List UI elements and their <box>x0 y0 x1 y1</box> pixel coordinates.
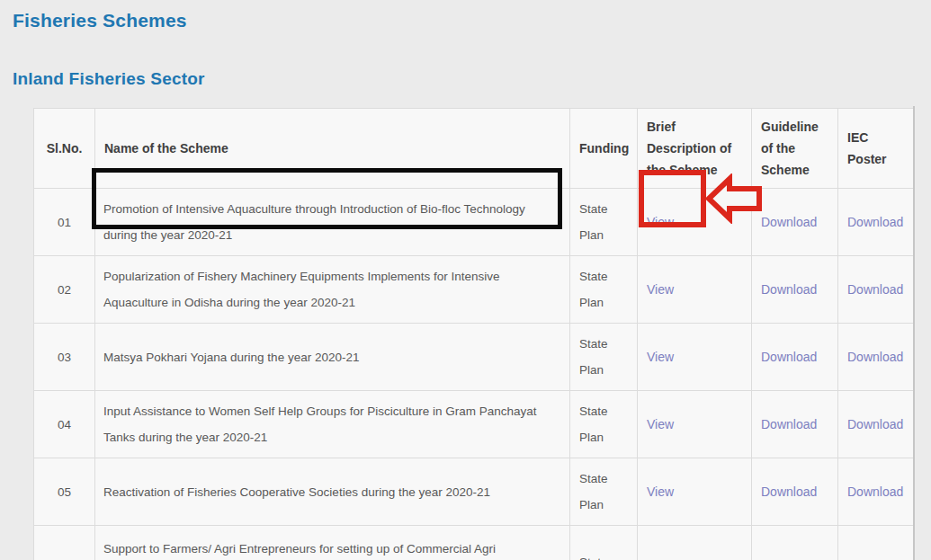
scheme-name-cell: Matsya Pokhari Yojana during the year 20… <box>95 324 570 391</box>
view-link[interactable]: View <box>647 215 674 229</box>
iec-poster-download-link[interactable]: Download <box>847 215 903 229</box>
funding-cell: State Plan <box>570 189 638 256</box>
sl-no-cell: 06 <box>34 526 95 560</box>
table-row: 04 Input Assistance to Women Self Help G… <box>34 391 914 458</box>
schemes-table: Sl.No. Name of the Scheme Funding Brief … <box>33 108 914 560</box>
header-iec-poster: IEC Poster <box>838 109 914 189</box>
scheme-name-cell: Reactivation of Fisheries Cooperative So… <box>95 458 570 526</box>
funding-cell: State Plan <box>570 324 638 391</box>
sl-no-cell: 01 <box>34 189 95 256</box>
scheme-name-cell: Popularization of Fishery Machinery Equi… <box>95 256 570 324</box>
funding-cell: State Plan <box>570 526 638 560</box>
scheme-name-cell: Input Assistance to Women Self Help Grou… <box>95 391 570 458</box>
table-row: 01 Promotion of Intensive Aquaculture th… <box>34 189 914 256</box>
iec-poster-download-link[interactable]: Download <box>847 417 903 431</box>
table-row: 03 Matsya Pokhari Yojana during the year… <box>34 324 914 391</box>
view-link[interactable]: View <box>647 484 674 499</box>
schemes-table-container: Sl.No. Name of the Scheme Funding Brief … <box>33 108 914 560</box>
table-row: 05 Reactivation of Fisheries Cooperative… <box>34 458 914 526</box>
view-link[interactable]: View <box>647 282 674 297</box>
header-guideline: Guideline of the Scheme <box>752 109 838 189</box>
iec-poster-download-link[interactable]: Download <box>847 282 903 297</box>
header-funding: Funding <box>570 109 638 189</box>
funding-cell: State Plan <box>570 391 638 458</box>
guideline-download-link[interactable]: Download <box>761 417 817 431</box>
sl-no-cell: 04 <box>34 391 95 458</box>
header-brief-description: Brief Description of the Scheme <box>638 109 752 189</box>
guideline-download-link[interactable]: Download <box>761 282 817 297</box>
iec-poster-download-link[interactable]: Download <box>847 350 903 364</box>
right-scroll-divider <box>913 106 915 560</box>
funding-cell: State Plan <box>570 256 638 324</box>
sl-no-cell: 05 <box>34 458 95 526</box>
table-row: 06 Support to Farmers/ Agri Entrepreneur… <box>34 526 914 560</box>
guideline-download-link[interactable]: Download <box>761 350 817 364</box>
section-title-inland-fisheries: Inland Fisheries Sector <box>13 69 205 89</box>
funding-cell: State Plan <box>570 458 638 526</box>
page-title: Fisheries Schemes <box>13 10 187 31</box>
sl-no-cell: 02 <box>34 256 95 324</box>
header-scheme-name: Name of the Scheme <box>95 109 570 189</box>
scheme-name-cell: Promotion of Intensive Aquaculture throu… <box>95 189 570 256</box>
table-row: 02 Popularization of Fishery Machinery E… <box>34 256 914 324</box>
table-header-row: Sl.No. Name of the Scheme Funding Brief … <box>34 109 914 189</box>
guideline-download-link[interactable]: Download <box>761 484 817 499</box>
header-sl-no: Sl.No. <box>34 109 95 189</box>
view-link[interactable]: View <box>647 417 674 431</box>
scheme-name-cell: Support to Farmers/ Agri Entrepreneurs f… <box>95 526 570 560</box>
sl-no-cell: 03 <box>34 324 95 391</box>
view-link[interactable]: View <box>647 350 674 364</box>
guideline-download-link[interactable]: Download <box>761 215 817 229</box>
iec-poster-download-link[interactable]: Download <box>847 484 903 499</box>
